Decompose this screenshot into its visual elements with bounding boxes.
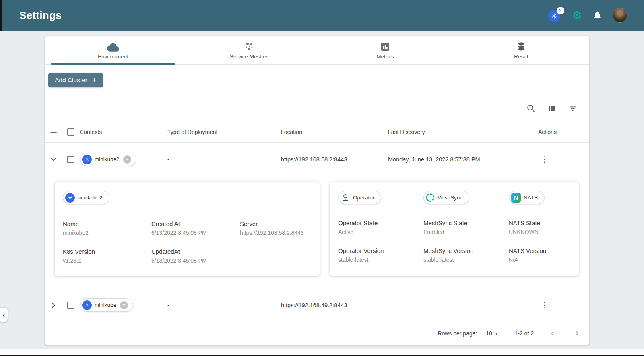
tab-environment[interactable]: Environment <box>45 36 181 64</box>
column-header-actions: Actions <box>531 129 589 135</box>
app-header: Settings ✳ 2 ⚙ <box>0 0 644 31</box>
field-label: Operator State <box>338 219 423 226</box>
field-name: Name minikube2 <box>63 220 151 236</box>
kubernetes-icon: ✳ <box>65 193 75 203</box>
settings-tabs: Environment Service Meshes Metrics <box>45 36 589 65</box>
kubernetes-status-button[interactable]: ✳ 2 <box>548 8 562 22</box>
field-label: MeshSync State <box>423 219 509 226</box>
row-checkbox[interactable] <box>67 302 74 309</box>
field-label: Server <box>240 220 312 227</box>
kubernetes-icon: ✳ <box>82 155 92 164</box>
rows-per-page-select[interactable]: 10 ▾ <box>486 330 497 337</box>
context-chip-label: minikube2 <box>95 156 120 162</box>
field-value: stable-latest <box>338 257 423 263</box>
chevron-left-icon: ‹ <box>3 311 5 318</box>
deployment-type-cell: - <box>167 156 281 163</box>
field-nats-version: NATS Version N/A <box>509 247 571 263</box>
settings-gear-icon[interactable]: ⚙ <box>572 10 582 21</box>
meshsync-chip-label: MeshSync <box>437 195 462 201</box>
filter-icon[interactable] <box>568 104 577 113</box>
field-label: NATS State <box>509 219 571 226</box>
settings-card: Environment Service Meshes Metrics <box>45 36 589 345</box>
column-header-type[interactable]: Type of Deployment <box>167 129 281 135</box>
row-actions-kebab-icon[interactable]: ⋮ <box>538 154 551 164</box>
field-meshsync-state: MeshSync State Enabled <box>423 219 509 235</box>
column-header-contexts[interactable]: Contexts <box>80 129 167 135</box>
table-header-row: — Contexts Type of Deployment Location L… <box>45 122 589 143</box>
collapse-all-icon[interactable]: — <box>51 128 57 135</box>
tab-service-meshes[interactable]: Service Meshes <box>181 36 317 64</box>
row-actions-kebab-icon[interactable]: ⋮ <box>538 300 551 310</box>
last-discovery-cell: Monday, June 13, 2022 8:57:38 PM <box>388 156 531 163</box>
notifications-bell-icon[interactable] <box>592 10 602 20</box>
sidebar-collapse-handle[interactable]: ‹ <box>0 308 8 322</box>
nats-chip-label: NATS <box>524 195 538 201</box>
previous-page-button[interactable] <box>549 330 556 337</box>
tab-metrics-label: Metrics <box>376 54 394 60</box>
cloud-icon <box>107 41 119 52</box>
field-label: Operator Version <box>338 247 423 254</box>
tab-reset[interactable]: Reset <box>453 36 589 64</box>
operator-detail-panel: Operator MeshSync N NATS <box>330 182 579 276</box>
expanded-row-detail: ✳ minikube2 Name minikube2 Created At 6/… <box>45 176 589 288</box>
field-updated-at: UpdatedAt 6/13/2022 8:45:08 PM <box>151 248 240 264</box>
next-page-button[interactable] <box>573 330 580 337</box>
field-label: Name <box>63 220 151 227</box>
field-label: Created At <box>151 220 240 227</box>
table-row-minikube: ✳ minikube × - https://192.168.49.2:8443… <box>45 288 589 322</box>
column-header-location[interactable]: Location <box>281 129 388 135</box>
chevron-right-icon[interactable] <box>50 301 58 309</box>
kubernetes-icon: ✳ <box>82 300 92 310</box>
add-cluster-button[interactable]: Add Cluster + <box>48 73 103 87</box>
field-nats-state: NATS State UNKNOWN <box>509 219 571 235</box>
field-value: 6/13/2022 8:45:08 PM <box>151 257 240 264</box>
field-value: https://192.168.58.2:8443 <box>240 230 312 236</box>
cluster-chip-minikube2: ✳ minikube2 <box>63 191 109 204</box>
tab-service-meshes-label: Service Meshes <box>230 54 268 60</box>
kubernetes-count-badge: 2 <box>557 7 564 14</box>
context-chip-label: minikube <box>95 302 116 308</box>
field-value: Enabled <box>423 229 509 235</box>
field-label: K8s Version <box>63 248 151 255</box>
service-mesh-icon <box>244 41 254 52</box>
caret-down-icon: ▾ <box>495 331 498 336</box>
rows-per-page-value: 10 <box>486 330 492 337</box>
field-value: Active <box>338 229 423 235</box>
location-cell: https://192.168.58.2:8443 <box>281 156 388 163</box>
context-chip-minikube[interactable]: ✳ minikube × <box>80 298 133 312</box>
location-cell: https://192.168.49.2:8443 <box>281 302 388 308</box>
field-value: N/A <box>509 257 571 263</box>
database-icon <box>516 41 526 52</box>
table-toolbar <box>45 95 589 117</box>
search-icon[interactable] <box>526 104 535 113</box>
operator-chip-label: Operator <box>353 195 374 201</box>
operator-chip: Operator <box>338 191 381 204</box>
column-header-last-discovery[interactable]: Last Discovery <box>388 129 531 135</box>
field-operator-state: Operator State Active <box>338 219 423 235</box>
deployment-type-cell: - <box>167 302 281 308</box>
select-all-checkbox[interactable] <box>67 128 74 136</box>
view-columns-icon[interactable] <box>547 104 556 113</box>
field-label: MeshSync Version <box>423 247 509 254</box>
field-value: v1.23.1 <box>63 257 151 264</box>
field-created-at: Created At 6/13/2022 8:45:08 PM <box>151 220 240 236</box>
field-k8s-version: K8s Version v1.23.1 <box>63 248 151 264</box>
row-checkbox[interactable] <box>67 156 74 163</box>
meshsync-icon <box>426 193 434 202</box>
context-chip-minikube2[interactable]: ✳ minikube2 × <box>80 153 136 166</box>
tab-environment-label: Environment <box>98 54 128 60</box>
field-label: NATS Version <box>509 247 571 254</box>
nats-chip: N NATS <box>509 191 545 204</box>
field-value: 6/13/2022 8:45:08 PM <box>151 230 240 236</box>
tab-metrics[interactable]: Metrics <box>317 36 453 64</box>
close-icon[interactable]: × <box>120 301 128 309</box>
add-cluster-label: Add Cluster <box>55 77 87 84</box>
field-value: UNKNOWN <box>509 229 571 235</box>
metrics-chart-icon <box>380 41 390 52</box>
rows-per-page-label: Rows per page: <box>438 330 477 337</box>
close-icon[interactable]: × <box>123 155 131 164</box>
chevron-down-icon[interactable] <box>50 155 58 164</box>
user-avatar[interactable] <box>613 8 627 23</box>
field-value: stable-latest <box>423 257 509 263</box>
plus-icon: + <box>92 77 97 84</box>
